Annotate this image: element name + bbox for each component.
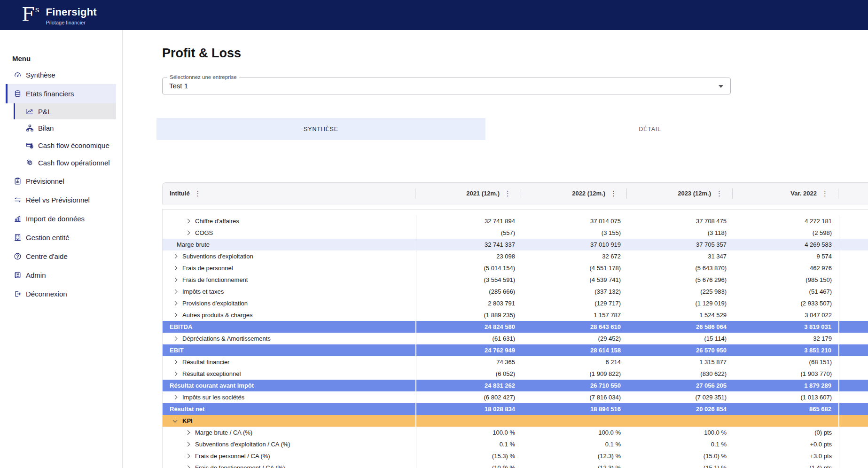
table-row-marge-brute-ca[interactable]: Marge brute / CA (%)100.0 %100.0 %100.0 … (163, 427, 868, 438)
row-label: COGS (195, 229, 213, 236)
coins-icon (25, 159, 34, 167)
chevron-down-icon[interactable] (173, 418, 178, 422)
table-row-d-pr-ciations-&-amortissements[interactable]: Dépréciations & Amortissements(61 631)(2… (163, 333, 868, 344)
kebab-vertical-icon[interactable]: ⋮ (195, 190, 202, 197)
column-label: 2022 (12m.) (572, 190, 605, 197)
chevron-right-icon[interactable] (173, 266, 178, 271)
building-icon (13, 233, 22, 242)
line-chart-icon (25, 107, 34, 116)
row-label-cell: Provisions d'exploitation (163, 297, 416, 309)
column-header-filler (839, 183, 868, 204)
row-label-cell: Dépréciations & Amortissements (163, 333, 416, 344)
sidebar-item-centre-d-aide[interactable]: Centre d'aide (0, 247, 122, 265)
company-select[interactable]: Sélectionnez une entreprise Test 1 (162, 78, 731, 94)
brand-text: Finersight Pilotage financier (46, 6, 97, 25)
chevron-right-icon[interactable] (173, 372, 178, 376)
chevron-right-icon[interactable] (173, 395, 178, 400)
chevron-right-icon[interactable] (173, 278, 178, 282)
kebab-vertical-icon[interactable]: ⋮ (716, 190, 723, 197)
sidebar-item-synth-se[interactable]: Synthèse (0, 65, 122, 84)
kebab-vertical-icon[interactable]: ⋮ (821, 190, 829, 197)
sidebar-item-pr-visionnel[interactable]: Prévisionnel (0, 172, 122, 190)
column-separator[interactable] (732, 188, 733, 199)
chevron-right-icon[interactable] (186, 219, 190, 224)
column-separator[interactable] (838, 188, 838, 199)
value-cell-2022-12m: (7 816 034) (522, 394, 628, 401)
row-label: Marge brute (177, 241, 210, 248)
sidebar-item-label: Import de données (26, 215, 85, 223)
sidebar-item-r-el-vs-pr-visionnel[interactable]: Réel vs Prévisionnel (0, 190, 122, 209)
table-body: Chiffre d'affaires32 741 89437 014 07537… (162, 209, 868, 468)
chevron-right-icon[interactable] (173, 254, 178, 259)
chevron-right-icon[interactable] (186, 454, 190, 459)
table-row-cogs[interactable]: COGS(557)(3 155)(3 118)(2 598) (163, 227, 868, 239)
logo-letter: F (22, 5, 35, 23)
row-label: Autres produits & charges (182, 312, 253, 319)
pnl-table: Intitulé⋮2021 (12m.)⋮2022 (12m.)⋮2023 (1… (162, 182, 868, 468)
table-row-frais-de-fonctionnement[interactable]: Frais de fonctionnement(3 554 591)(4 539… (163, 274, 868, 286)
chevron-right-icon[interactable] (186, 466, 190, 468)
table-row-frais-de-personnel[interactable]: Frais de personnel(5 014 154)(4 551 178)… (163, 262, 868, 274)
column-separator[interactable] (521, 188, 521, 199)
row-label-cell: Frais de personnel (163, 262, 416, 274)
sidebar-item-label: Bilan (38, 124, 54, 132)
chevron-right-icon[interactable] (173, 360, 178, 365)
sidebar-item-label: Etats financiers (26, 90, 74, 98)
chevron-right-icon[interactable] (173, 313, 178, 318)
chevron-right-icon[interactable] (186, 442, 190, 447)
chevron-right-icon[interactable] (173, 289, 178, 294)
sidebar-item-admin[interactable]: Admin (0, 265, 122, 284)
column-separator[interactable] (626, 188, 627, 199)
help-circle-icon (13, 252, 22, 260)
row-label: Frais de fonctionnement / CA (%) (195, 464, 285, 468)
sidebar-item-bilan[interactable]: Bilan (0, 119, 122, 137)
column-header-2022-12m: 2022 (12m.)⋮ (522, 183, 628, 204)
tab-d-tail[interactable]: DÉTAIL (485, 118, 814, 140)
value-cell-2021-12m: (1 889 235) (416, 312, 522, 319)
row-label-cell: COGS (163, 227, 416, 239)
table-row-frais-de-fonctionnement-ca[interactable]: Frais de fonctionnement / CA (%)(10.9) %… (163, 462, 868, 468)
column-separator[interactable] (415, 188, 415, 199)
sidebar-item-p&l[interactable]: P&L (14, 103, 116, 119)
row-label: Résultat courant avant impôt (170, 382, 254, 389)
value-cell-var-2022: 9 574 (734, 250, 839, 262)
table-row-autres-produits-&-charges[interactable]: Autres produits & charges(1 889 235)1 15… (163, 309, 868, 321)
kebab-vertical-icon[interactable]: ⋮ (610, 190, 617, 197)
caret-down-icon[interactable] (719, 85, 723, 88)
sidebar-item-label: Déconnexion (26, 290, 67, 298)
table-row-imp-ts-sur-les-soci-t-s[interactable]: Impôts sur les sociétés(6 802 427)(7 816… (163, 391, 868, 403)
value-cell-2022-12m: 28 643 610 (522, 323, 628, 330)
chevron-right-icon[interactable] (173, 301, 178, 306)
table-row-subventions-d-exploitation-ca[interactable]: Subventions d'exploitation / CA (%)0.1 %… (163, 438, 868, 450)
value-cell-var-2022 (734, 415, 839, 427)
table-row-r-sultat-exceptionnel[interactable]: Résultat exceptionnel(6 052)(1 909 822)(… (163, 368, 868, 380)
value-cell-2023-12m: 26 586 064 (628, 323, 734, 330)
table-row-frais-de-personnel-ca[interactable]: Frais de personnel / CA (%)(15.3) %(12.3… (163, 450, 868, 462)
table-row-subventions-d-exploitation[interactable]: Subventions d'exploitation23 09832 67231… (163, 250, 868, 262)
tab-synth-se[interactable]: SYNTHÈSE (156, 118, 485, 140)
kebab-vertical-icon[interactable]: ⋮ (504, 190, 511, 197)
chevron-right-icon[interactable] (186, 430, 190, 435)
view-tabs: SYNTHÈSEDÉTAIL (156, 118, 868, 140)
table-row-r-sultat-financier[interactable]: Résultat financier74 3656 2141 315 877(6… (163, 356, 868, 368)
value-cell-2022-12m: 0.1 % (522, 441, 628, 448)
sidebar-item-import-de-donn-es[interactable]: Import de données (0, 209, 122, 228)
chevron-right-icon[interactable] (186, 231, 190, 235)
sidebar-item-d-connexion[interactable]: Déconnexion (0, 284, 122, 303)
table-row-kpi[interactable]: KPI (163, 415, 868, 427)
sidebar: Menu SynthèseEtats financiersP&LBilanCas… (0, 30, 123, 468)
table-row-imp-ts-et-taxes[interactable]: Impôts et taxes(285 666)(337 132)(225 98… (163, 286, 868, 297)
table-row-provisions-d-exploitation[interactable]: Provisions d'exploitation2 803 791(129 7… (163, 297, 868, 309)
value-cell-var-2022: 3 047 022 (734, 309, 839, 321)
brand-logo[interactable]: F s Finersight Pilotage financier (22, 5, 97, 25)
chevron-right-icon[interactable] (173, 336, 178, 341)
value-cell-var-2022: 4 272 181 (734, 215, 839, 227)
column-header-2023-12m: 2023 (12m.)⋮ (628, 183, 734, 204)
value-cell-var-2022: +0.0 pts (734, 438, 839, 450)
sidebar-item-gestion-entit[interactable]: Gestion entité (0, 228, 122, 247)
sidebar-item-cash-flow-conomique[interactable]: Cash flow économique (0, 137, 122, 154)
sidebar-item-cash-flow-op-rationnel[interactable]: Cash flow opérationnel (0, 154, 122, 172)
table-row-chiffre-d-affaires[interactable]: Chiffre d'affaires32 741 89437 014 07537… (163, 215, 868, 227)
sidebar-item-etats-financiers[interactable]: Etats financiers (6, 84, 116, 103)
badge-icon (13, 271, 22, 279)
